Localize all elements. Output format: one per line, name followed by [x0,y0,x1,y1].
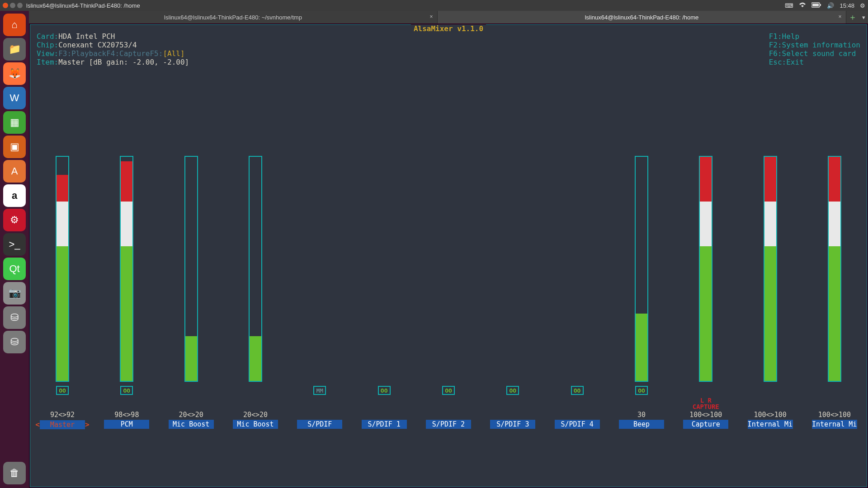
channel-value: 92<>92 [50,411,75,419]
channel-label: S/PDIF 2 [426,420,471,429]
channel-label: Mic Boost [233,420,278,429]
launcher-amazon-icon[interactable]: a [3,184,26,207]
battery-icon[interactable] [811,2,821,9]
channel-pcm-1[interactable]: OO98<>98PCM [104,156,150,478]
volume-meter[interactable] [184,156,198,382]
channel-label: PCM [104,420,149,429]
keyboard-icon[interactable]: ⌨ [785,2,793,9]
channel-s-pdif-1-5[interactable]: OOS/PDIF 1 [361,156,407,478]
channel-capture-10[interactable]: L RCAPTURE100<>100Capture [683,156,729,478]
launcher-disk2-icon[interactable]: ⛁ [3,331,26,353]
window-title: lslinux64@lslinux64-ThinkPad-E480: /home [26,2,140,9]
mute-indicator[interactable]: OO [571,386,584,395]
channel-value: 100<>100 [689,411,722,419]
channel-s-pdif-4-8[interactable]: OOS/PDIF 4 [554,156,600,478]
channel-internal-mic-b-12[interactable]: 100<>100Internal Mic B [811,156,858,478]
channel-s-pdif-4[interactable]: MMS/PDIF [297,156,343,478]
channel-beep-9[interactable]: OO30Beep [618,156,665,478]
close-icon[interactable] [3,3,8,8]
mute-indicator[interactable]: OO [506,386,519,395]
volume-meter[interactable] [120,156,133,382]
channel-value: 100<>100 [754,411,786,419]
launcher-disk1-icon[interactable]: ⛁ [3,306,26,329]
channel-label: S/PDIF 1 [362,420,407,429]
launcher-settings-icon[interactable]: ⚙ [3,209,26,231]
channel-value: 20<>20 [179,411,203,419]
volume-meter[interactable] [764,156,777,382]
volume-icon[interactable]: 🔊 [827,2,834,9]
channel-label: S/PDIF [297,420,342,429]
channel-label: Internal Mic B [812,420,857,429]
launcher-terminal-icon[interactable]: >_ [3,233,26,256]
gear-icon[interactable]: ⚙ [860,2,865,9]
mute-indicator[interactable]: MM [313,386,326,395]
svg-rect-2 [820,4,821,6]
launcher-firefox-icon[interactable]: 🦊 [3,62,26,85]
channel-s-pdif-3-7[interactable]: OOS/PDIF 3 [490,156,536,478]
channel-mic-boost-3[interactable]: 20<>20Mic Boost [232,156,278,478]
top-panel: lslinux64@lslinux64-ThinkPad-E480: /home… [0,0,868,11]
launcher-calc-icon[interactable]: ▦ [3,111,26,134]
tab-2-label: lslinux64@lslinux64-ThinkPad-E480: /home [585,14,699,21]
channel-value: 30 [637,411,646,419]
tab-menu-icon[interactable]: ▾ [859,11,868,23]
tab-2[interactable]: lslinux64@lslinux64-ThinkPad-E480: /home… [438,11,846,23]
mute-indicator[interactable]: OO [56,386,69,395]
clock[interactable]: 15:48 [840,2,854,9]
volume-meter[interactable] [56,156,69,382]
launcher-writer-icon[interactable]: W [3,87,26,109]
channel-label: Internal Mic B [748,420,793,429]
capture-flag: L RCAPTURE [693,397,719,410]
tab-1-close-icon[interactable]: × [428,14,434,20]
channel-label: S/PDIF 4 [555,420,600,429]
channel-label: S/PDIF 3 [490,420,535,429]
mixer-area: OO92<>92<Master>OO98<>98PCM20<>20Mic Boo… [39,156,858,478]
tab-bar: lslinux64@lslinux64-ThinkPad-E480: ~/svn… [29,11,868,23]
channel-label: Capture [683,420,728,429]
new-tab-button[interactable]: ＋ [846,11,859,23]
channel-internal-mic-b-11[interactable]: 100<>100Internal Mic B [747,156,793,478]
channel-s-pdif-2-6[interactable]: OOS/PDIF 2 [425,156,472,478]
channel-label: Beep [619,420,664,429]
terminal-body[interactable]: AlsaMixer v1.1.0 Card: HDA Intel PCH Chi… [30,24,867,487]
mute-indicator[interactable]: OO [442,386,455,395]
volume-meter[interactable] [699,156,712,382]
channel-value: 100<>100 [818,411,851,419]
launcher-screenshot-icon[interactable]: 📷 [3,282,26,305]
launcher-trash-icon[interactable]: 🗑 [3,462,26,484]
channel-value: 98<>98 [114,411,139,419]
volume-meter[interactable] [249,156,262,382]
maximize-icon[interactable] [17,3,23,8]
channel-mic-boost-2[interactable]: 20<>20Mic Boost [168,156,214,478]
tab-1-label: lslinux64@lslinux64-ThinkPad-E480: ~/svn… [164,14,302,21]
launcher-software-icon[interactable]: A [3,160,26,183]
launcher-impress-icon[interactable]: ▣ [3,136,26,158]
app-title: AlsaMixer v1.1.0 [411,24,486,33]
tab-2-close-icon[interactable]: × [837,14,843,20]
mute-indicator[interactable]: OO [378,386,391,395]
channel-value: 20<>20 [243,411,268,419]
info-panel-left: Card: HDA Intel PCH Chip: Conexant CX207… [37,32,189,66]
volume-meter[interactable] [635,156,648,382]
launcher: ⌂ 📁 🦊 W ▦ ▣ A a ⚙ >_ Qt 📷 ⛁ ⛁ 🗑 [0,11,29,488]
channel-label: Master [40,420,85,429]
minimize-icon[interactable] [10,3,15,8]
mute-indicator[interactable]: OO [635,386,648,395]
wifi-icon[interactable] [799,2,806,9]
info-panel-right: F1: Help F2: System information F6: Sele… [769,32,860,66]
mute-indicator[interactable]: OO [120,386,133,395]
window-buttons [3,3,23,8]
channel-label: Mic Boost [169,420,214,429]
system-tray: ⌨ 🔊 15:48 ⚙ [785,2,865,9]
launcher-dash-icon[interactable]: ⌂ [3,14,26,36]
svg-rect-1 [812,4,819,6]
launcher-files-icon[interactable]: 📁 [3,38,26,61]
launcher-qt-icon[interactable]: Qt [3,258,26,280]
volume-meter[interactable] [828,156,841,382]
tab-1[interactable]: lslinux64@lslinux64-ThinkPad-E480: ~/svn… [29,11,438,23]
channel-master-0[interactable]: OO92<>92<Master> [39,156,85,478]
